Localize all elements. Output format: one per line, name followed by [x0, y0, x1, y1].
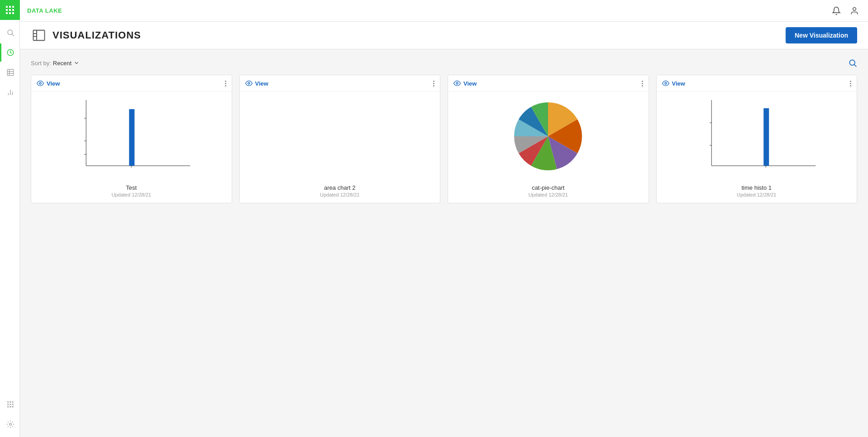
logo-icon — [5, 5, 15, 15]
card-3-footer: cat-pie-chart Updated 12/28/21 — [448, 181, 649, 203]
search-button[interactable] — [848, 58, 857, 67]
card-2-toolbar: View — [240, 75, 440, 92]
svg-rect-6 — [6, 12, 8, 14]
sort-label: Sort by: — [31, 60, 51, 67]
svg-rect-2 — [12, 6, 14, 8]
sidebar-bottom — [0, 395, 20, 437]
card-2-chart — [240, 92, 440, 181]
svg-rect-24 — [12, 404, 14, 405]
card-3-name: cat-pie-chart — [453, 184, 643, 191]
card-2-view-button[interactable]: View — [245, 80, 268, 87]
sidebar-item-apps[interactable] — [0, 395, 20, 413]
svg-rect-1 — [9, 6, 11, 8]
svg-line-35 — [854, 65, 857, 67]
svg-line-10 — [12, 34, 14, 36]
empty-chart-svg — [243, 96, 437, 177]
card-1-name: Test — [37, 184, 226, 191]
pie-chart-svg — [514, 102, 582, 170]
svg-point-29 — [853, 7, 856, 10]
viz-card-3: View — [448, 75, 649, 203]
card-4-chart — [657, 92, 857, 181]
card-1-chart — [31, 92, 232, 181]
card-4-menu-button[interactable] — [850, 81, 851, 86]
bar-chart-svg — [35, 96, 228, 177]
sidebar-item-chart[interactable] — [0, 83, 20, 101]
card-3-chart — [448, 92, 649, 181]
content-area: Sort by: Recent — [20, 49, 868, 437]
card-3-view-label: View — [463, 80, 477, 87]
viz-card-2: View area chart 2 Updated 12/28/21 — [239, 75, 441, 203]
histo-chart-svg — [660, 96, 854, 177]
svg-rect-23 — [10, 404, 11, 405]
eye-icon-2 — [245, 80, 253, 87]
card-1-toolbar: View — [31, 75, 232, 92]
content-toolbar: Sort by: Recent — [31, 58, 857, 67]
card-4-name: time histo 1 — [662, 184, 852, 191]
eye-icon-4 — [662, 80, 669, 87]
svg-rect-7 — [9, 12, 11, 14]
svg-point-45 — [456, 82, 458, 84]
main-content: DATA LAKE — [20, 0, 868, 437]
sidebar-nav — [0, 20, 20, 395]
topbar-icons — [830, 5, 861, 17]
new-visualization-button[interactable]: New Visualization — [786, 27, 857, 43]
app-logo[interactable] — [0, 0, 20, 20]
svg-rect-30 — [33, 30, 45, 41]
sidebar-item-settings[interactable] — [0, 415, 20, 433]
card-3-updated: Updated 12/28/21 — [453, 192, 643, 197]
card-4-footer: time histo 1 Updated 12/28/21 — [657, 181, 857, 203]
page-header: VISUALIZATIONS New Visualization — [20, 22, 868, 49]
card-4-updated: Updated 12/28/21 — [662, 192, 852, 197]
viz-card-1: View — [31, 75, 232, 203]
card-2-menu-button[interactable] — [433, 81, 434, 86]
card-2-name: area chart 2 — [245, 184, 435, 191]
svg-rect-19 — [7, 401, 9, 403]
brand-label: DATA LAKE — [27, 7, 62, 14]
svg-rect-42 — [129, 109, 134, 166]
svg-rect-8 — [12, 12, 14, 14]
svg-rect-51 — [763, 108, 769, 166]
svg-rect-5 — [12, 9, 14, 11]
card-4-view-label: View — [672, 80, 685, 87]
card-3-toolbar: View — [448, 75, 649, 92]
page-title: VISUALIZATIONS — [52, 29, 141, 41]
svg-point-46 — [665, 82, 667, 84]
svg-rect-0 — [6, 6, 8, 8]
svg-rect-27 — [12, 406, 14, 408]
eye-icon — [37, 80, 44, 87]
topbar: DATA LAKE — [20, 0, 868, 22]
sort-value: Recent — [53, 60, 72, 67]
svg-rect-20 — [10, 401, 11, 403]
cards-grid: View — [31, 75, 857, 203]
card-3-menu-button[interactable] — [642, 81, 643, 86]
svg-point-28 — [10, 423, 12, 426]
card-4-toolbar: View — [657, 75, 857, 92]
sort-dropdown[interactable]: Sort by: Recent — [31, 60, 80, 67]
sidebar — [0, 0, 20, 437]
sidebar-item-table[interactable] — [0, 63, 20, 82]
notification-icon[interactable] — [830, 5, 843, 17]
svg-rect-12 — [7, 69, 14, 76]
profile-icon[interactable] — [848, 5, 861, 17]
card-1-view-button[interactable]: View — [37, 80, 60, 87]
card-2-footer: area chart 2 Updated 12/28/21 — [240, 181, 440, 203]
card-1-footer: Test Updated 12/28/21 — [31, 181, 232, 203]
svg-rect-21 — [12, 401, 14, 403]
svg-rect-4 — [9, 9, 11, 11]
svg-point-34 — [849, 60, 855, 65]
card-4-view-button[interactable]: View — [662, 80, 685, 87]
eye-icon-3 — [453, 80, 461, 87]
sidebar-item-search[interactable] — [0, 24, 20, 42]
card-1-menu-button[interactable] — [225, 81, 226, 86]
svg-rect-25 — [7, 406, 9, 408]
page-header-icon — [31, 27, 47, 43]
viz-card-4: View — [656, 75, 858, 203]
card-2-view-label: View — [255, 80, 268, 87]
card-1-updated: Updated 12/28/21 — [37, 192, 226, 197]
svg-point-44 — [248, 82, 250, 84]
svg-point-9 — [8, 30, 13, 35]
sort-chevron-icon — [73, 60, 80, 66]
card-3-view-button[interactable]: View — [453, 80, 477, 87]
svg-rect-3 — [6, 9, 8, 11]
sidebar-item-recent[interactable] — [0, 43, 20, 62]
